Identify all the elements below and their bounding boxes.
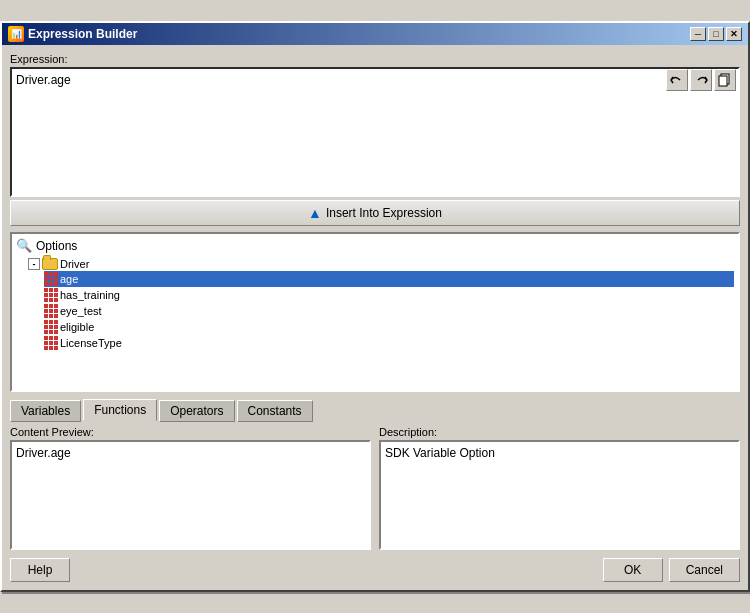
description-value: SDK Variable Option	[385, 446, 495, 460]
expression-builder-window: 📊 Expression Builder ─ □ ✕ Expression: D…	[0, 21, 750, 592]
driver-folder-icon	[42, 258, 58, 270]
search-icon: 🔍	[16, 238, 32, 253]
licensetype-grid-icon	[44, 336, 58, 350]
insert-button[interactable]: ▲ Insert Into Expression	[10, 200, 740, 226]
eligible-label: eligible	[60, 321, 94, 333]
cancel-button[interactable]: Cancel	[669, 558, 740, 582]
tree-item-licensetype[interactable]: LicenseType	[44, 335, 734, 351]
tree-item-eye-test[interactable]: eye_test	[44, 303, 734, 319]
bottom-buttons: Help OK Cancel	[10, 558, 740, 582]
driver-expand-icon[interactable]: -	[28, 258, 40, 270]
svg-rect-1	[719, 76, 727, 86]
tabs-row: Variables Functions Operators Constants	[10, 398, 740, 420]
has-training-grid-icon	[44, 288, 58, 302]
has-training-label: has_training	[60, 289, 120, 301]
close-button[interactable]: ✕	[726, 27, 742, 41]
minimize-button[interactable]: ─	[690, 27, 706, 41]
driver-node-row: - Driver	[28, 257, 734, 271]
eligible-grid-icon	[44, 320, 58, 334]
description-area: SDK Variable Option	[379, 440, 740, 550]
description-panel: Description: SDK Variable Option	[379, 426, 740, 550]
window-title: Expression Builder	[28, 27, 137, 41]
content-preview-value: Driver.age	[16, 446, 71, 460]
redo-button[interactable]	[690, 69, 712, 91]
expression-container: Driver.age	[10, 67, 740, 200]
content-preview-area: Driver.age	[10, 440, 371, 550]
title-bar-left: 📊 Expression Builder	[8, 26, 137, 42]
options-label: 🔍 Options	[16, 238, 734, 253]
title-buttons: ─ □ ✕	[690, 27, 742, 41]
expression-input[interactable]: Driver.age	[10, 67, 740, 197]
content-preview-panel: Content Preview: Driver.age	[10, 426, 371, 550]
help-button[interactable]: Help	[10, 558, 70, 582]
redo-icon	[694, 73, 708, 87]
expression-toolbar	[666, 69, 736, 91]
title-bar: 📊 Expression Builder ─ □ ✕	[2, 23, 748, 45]
tab-operators[interactable]: Operators	[159, 400, 234, 422]
tree-item-has-training[interactable]: has_training	[44, 287, 734, 303]
age-label: age	[60, 273, 78, 285]
tree-item-age[interactable]: age	[44, 271, 734, 287]
undo-button[interactable]	[666, 69, 688, 91]
maximize-button[interactable]: □	[708, 27, 724, 41]
undo-icon	[670, 73, 684, 87]
expression-label: Expression:	[10, 53, 740, 65]
driver-label: Driver	[60, 258, 89, 270]
copy-button[interactable]	[714, 69, 736, 91]
tree-item-eligible[interactable]: eligible	[44, 319, 734, 335]
insert-button-label: Insert Into Expression	[326, 206, 442, 220]
tab-variables[interactable]: Variables	[10, 400, 81, 422]
window-icon: 📊	[8, 26, 24, 42]
insert-arrow-icon: ▲	[308, 205, 322, 221]
window-content: Expression: Driver.age	[2, 45, 748, 590]
tree-panel: 🔍 Options - Driver	[10, 232, 740, 392]
tree-children: age has_training eye	[44, 271, 734, 351]
content-preview-label: Content Preview:	[10, 426, 371, 438]
tab-functions[interactable]: Functions	[83, 399, 157, 421]
ok-cancel-group: OK Cancel	[603, 558, 740, 582]
eye-test-label: eye_test	[60, 305, 102, 317]
driver-node[interactable]: - Driver	[28, 257, 734, 271]
bottom-panels: Content Preview: Driver.age Description:…	[10, 426, 740, 550]
licensetype-label: LicenseType	[60, 337, 122, 349]
description-label: Description:	[379, 426, 740, 438]
tab-constants[interactable]: Constants	[237, 400, 313, 422]
eye-test-grid-icon	[44, 304, 58, 318]
ok-button[interactable]: OK	[603, 558, 663, 582]
age-grid-icon	[44, 272, 58, 286]
copy-icon	[718, 73, 732, 87]
